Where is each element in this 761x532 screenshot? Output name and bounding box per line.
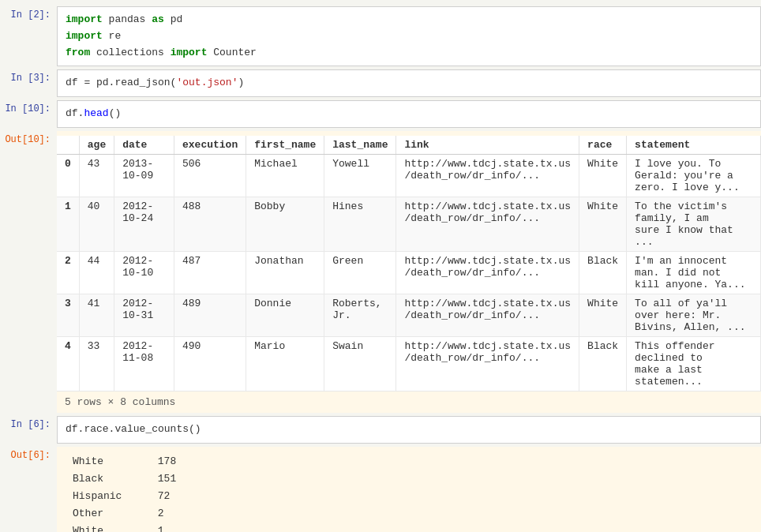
cell-age: 41 (79, 294, 114, 336)
cell-in-6: In [6]: df.race.value_counts() (0, 416, 761, 444)
cell-label-3: In [3]: (0, 69, 57, 84)
code-line: import re (66, 28, 752, 45)
cell-statement: I love you. To Gerald: you're azero. I l… (627, 154, 761, 197)
cell-date: 2012-11-08 (114, 336, 174, 391)
cell-content-6[interactable]: df.race.value_counts() (57, 416, 761, 444)
cell-statement: To all of ya'll over here: Mr.Bivins, Al… (627, 294, 761, 336)
cell-date: 2012-10-10 (114, 251, 174, 294)
cell-label-2: In [2]: (0, 6, 57, 21)
cell-last-name: Roberts,Jr. (324, 294, 396, 336)
list-item: Hispanic 72 (73, 488, 745, 505)
cell-date: 2012-10-24 (114, 197, 174, 251)
cell-out-6: Out[6]: White 178 Black 151 Hispanic 72 … (0, 447, 761, 532)
cell-execution: 489 (174, 294, 246, 336)
cell-link: http://www.tdcj.state.tx.us/death_row/dr… (396, 294, 579, 336)
cell-race: White (579, 294, 627, 336)
cell-link: http://www.tdcj.state.tx.us/death_row/dr… (396, 197, 579, 251)
cell-statement: I'm an innocent man. I did notkill anyon… (627, 251, 761, 294)
cell-in-3: In [3]: df = pd.read_json('out.json') (0, 69, 761, 97)
cell-first-name: Michael (246, 154, 324, 197)
table-row: 3 41 2012-10-31 489 Donnie Roberts,Jr. h… (57, 294, 761, 336)
cell-statement: To the victim's family, I amsure I know … (627, 197, 761, 251)
cell-label-out-6: Out[6]: (0, 447, 57, 461)
row-index: 1 (57, 197, 79, 251)
code-line: df.head() (66, 106, 752, 122)
cell-out-10: Out[10]: age date execution first_name l… (0, 131, 761, 413)
col-race: race (579, 136, 627, 155)
cell-statement: This offender declined tomake a last sta… (627, 336, 761, 391)
cell-race: White (579, 154, 627, 197)
table-row: 0 43 2013-10-09 506 Michael Yowell http:… (57, 154, 761, 197)
list-item: White 178 (73, 453, 745, 470)
cell-execution: 506 (174, 154, 246, 197)
cell-date: 2013-10-09 (114, 154, 174, 197)
col-statement: statement (627, 136, 761, 155)
col-link: link (396, 136, 579, 155)
list-item: Other 2 (73, 505, 745, 523)
cell-first-name: Bobby (246, 197, 324, 251)
cell-execution: 490 (174, 336, 246, 391)
cell-last-name: Swain (324, 336, 396, 391)
row-index: 0 (57, 154, 79, 197)
cell-age: 40 (79, 197, 114, 251)
cell-last-name: Hines (324, 197, 396, 251)
value-counts-block: White 178 Black 151 Hispanic 72 Other 2 … (65, 450, 753, 532)
cell-age: 44 (79, 251, 114, 294)
table-row: 1 40 2012-10-24 488 Bobby Hines http://w… (57, 197, 761, 251)
cell-link: http://www.tdcj.state.tx.us/death_row/dr… (396, 251, 579, 294)
col-last-name: last_name (324, 136, 396, 155)
table-row: 2 44 2012-10-10 487 Jonathan Green http:… (57, 251, 761, 294)
cell-race: White (579, 197, 627, 251)
cell-content-2[interactable]: import pandas as pd import re from colle… (57, 6, 761, 66)
col-index (57, 136, 79, 155)
dataframe-output: age date execution first_name last_name … (57, 131, 761, 413)
cell-label-10: In [10]: (0, 100, 57, 114)
list-item: White 1 (73, 523, 745, 532)
cell-race: Black (579, 251, 627, 294)
cell-first-name: Donnie (246, 294, 324, 336)
cell-execution: 488 (174, 197, 246, 251)
cell-execution: 487 (174, 251, 246, 294)
cell-in-2: In [2]: import pandas as pd import re fr… (0, 6, 761, 66)
col-date: date (114, 136, 174, 155)
col-first-name: first_name (246, 136, 324, 155)
cell-content-3[interactable]: df = pd.read_json('out.json') (57, 69, 761, 97)
cell-last-name: Yowell (324, 154, 396, 197)
list-item: Black 151 (73, 470, 745, 488)
row-index: 3 (57, 294, 79, 336)
cell-in-10: In [10]: df.head() (0, 100, 761, 128)
row-index: 2 (57, 251, 79, 294)
cell-age: 43 (79, 154, 114, 197)
table-row: 4 33 2012-11-08 490 Mario Swain http://w… (57, 336, 761, 391)
value-counts-output: White 178 Black 151 Hispanic 72 Other 2 … (57, 447, 761, 532)
code-line: from collections import Counter (66, 45, 752, 62)
col-execution: execution (174, 136, 246, 155)
dataframe-info: 5 rows × 8 columns (57, 392, 761, 413)
cell-date: 2012-10-31 (114, 294, 174, 336)
row-index: 4 (57, 336, 79, 391)
cell-label-out-10: Out[10]: (0, 131, 57, 145)
cell-label-6: In [6]: (0, 416, 57, 430)
code-line: df.race.value_counts() (66, 421, 752, 438)
code-line: import pandas as pd (66, 12, 752, 28)
cell-last-name: Green (324, 251, 396, 294)
dataframe-table: age date execution first_name last_name … (57, 136, 761, 392)
code-line: df = pd.read_json('out.json') (66, 75, 752, 92)
cell-first-name: Mario (246, 336, 324, 391)
col-age: age (79, 136, 114, 155)
cell-content-10[interactable]: df.head() (57, 100, 761, 128)
notebook: In [2]: import pandas as pd import re fr… (0, 0, 761, 532)
cell-first-name: Jonathan (246, 251, 324, 294)
cell-link: http://www.tdcj.state.tx.us/death_row/dr… (396, 336, 579, 391)
cell-race: Black (579, 336, 627, 391)
table-header-row: age date execution first_name last_name … (57, 136, 761, 155)
cell-age: 33 (79, 336, 114, 391)
cell-link: http://www.tdcj.state.tx.us/death_row/dr… (396, 154, 579, 197)
